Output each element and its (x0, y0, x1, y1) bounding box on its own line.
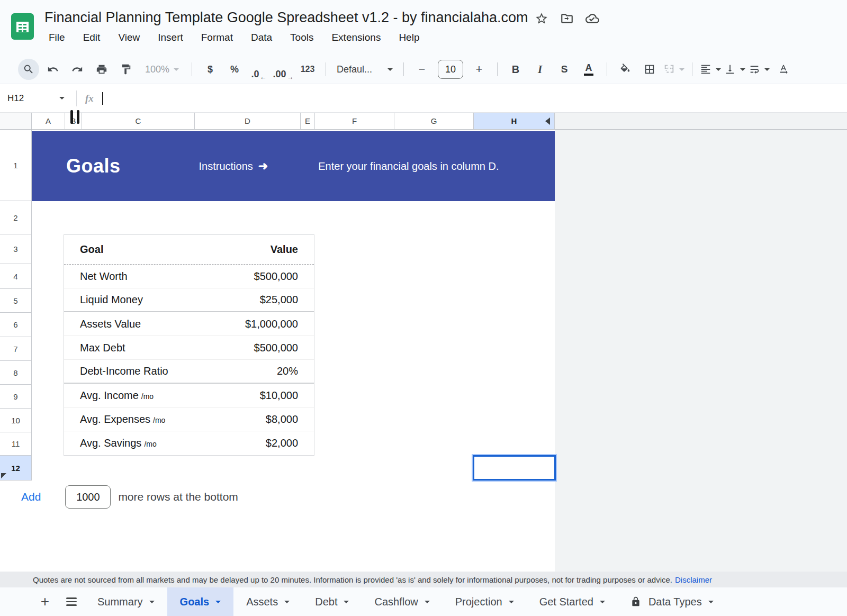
sheets-logo-icon[interactable] (11, 13, 34, 40)
all-sheets-button[interactable] (58, 587, 85, 616)
bold-button[interactable]: B (505, 59, 526, 80)
horizontal-align-button[interactable] (700, 59, 721, 80)
column-header-c[interactable]: C (82, 113, 195, 129)
format-percent-button[interactable]: % (224, 59, 245, 80)
table-row[interactable]: Assets Value $1,000,000 (64, 312, 314, 336)
row-header-2[interactable]: 2 (0, 201, 32, 234)
column-header-h-selected[interactable]: H (474, 113, 555, 129)
menu-file[interactable]: File (44, 30, 69, 46)
row-header-7[interactable]: 7 (0, 337, 32, 361)
selected-cell-h12[interactable] (473, 455, 556, 481)
add-sheet-button[interactable]: + (32, 587, 58, 616)
menu-data[interactable]: Data (247, 30, 276, 46)
menu-help[interactable]: Help (394, 30, 424, 46)
merge-cells-button[interactable] (663, 59, 684, 80)
italic-button[interactable]: I (529, 59, 551, 80)
cloud-saved-icon[interactable] (585, 12, 599, 25)
column-b-resize-handle[interactable] (70, 110, 73, 124)
tab-debt[interactable]: Debt (302, 587, 362, 616)
add-rows-button[interactable]: Add (21, 491, 41, 503)
text-rotation-button[interactable] (773, 59, 794, 80)
banner-instructions: Instructions ➜ (199, 159, 268, 173)
strikethrough-button[interactable]: S (554, 59, 575, 80)
format-currency-button[interactable]: $ (200, 59, 221, 80)
borders-button[interactable] (639, 59, 660, 80)
increase-decimal-button[interactable]: .00→ (273, 59, 294, 80)
row-header-3[interactable]: 3 (0, 234, 32, 264)
menu-extensions[interactable]: Extensions (327, 30, 385, 46)
tab-goals-active[interactable]: Goals (167, 587, 234, 616)
chevron-down-icon[interactable] (344, 601, 349, 603)
column-header-filler (555, 113, 847, 129)
search-icon[interactable] (18, 59, 39, 80)
increase-font-size-button[interactable]: + (468, 59, 490, 80)
chevron-down-icon[interactable] (425, 601, 430, 603)
column-header-b[interactable]: B (65, 113, 82, 129)
menu-view[interactable]: View (114, 30, 144, 46)
column-header-g[interactable]: G (394, 113, 474, 129)
table-row[interactable]: Avg. Savings/mo $2,000 (64, 431, 314, 455)
font-size-input[interactable]: 10 (438, 60, 463, 79)
menu-insert[interactable]: Insert (154, 30, 187, 46)
column-b-resize-handle-2[interactable] (77, 110, 79, 124)
move-to-folder-icon[interactable] (560, 12, 574, 25)
star-icon[interactable] (535, 12, 548, 25)
chevron-down-icon[interactable] (708, 601, 714, 603)
row-header-8[interactable]: 8 (0, 361, 32, 385)
table-row[interactable]: Debt-Income Ratio 20% (64, 360, 314, 384)
tab-assets[interactable]: Assets (233, 587, 302, 616)
chevron-down-icon[interactable] (284, 601, 290, 603)
menu-format[interactable]: Format (197, 30, 237, 46)
document-title[interactable]: Financial Planning Template Google Sprea… (44, 10, 528, 26)
chevron-down-icon[interactable] (600, 601, 605, 603)
decrease-font-size-button[interactable]: − (411, 59, 432, 80)
decrease-decimal-button[interactable]: .0← (248, 59, 269, 80)
tab-summary[interactable]: Summary (85, 587, 167, 616)
name-box-dropdown-icon[interactable] (59, 97, 65, 99)
chevron-down-icon[interactable] (509, 601, 514, 603)
tab-projection[interactable]: Projection (443, 587, 527, 616)
vertical-align-button[interactable] (724, 59, 745, 80)
column-header-a[interactable]: A (32, 113, 65, 129)
tab-data-types[interactable]: Data Types (618, 587, 726, 616)
redo-icon[interactable] (67, 59, 88, 80)
add-rows-count-input[interactable] (65, 485, 111, 509)
text-wrap-button[interactable] (749, 59, 770, 80)
table-row[interactable]: Avg. Expenses/mo $8,000 (64, 407, 314, 431)
goals-banner[interactable]: Goals Instructions ➜ Enter your financia… (32, 131, 555, 201)
paint-format-icon[interactable] (115, 59, 137, 80)
row-header-5[interactable]: 5 (0, 289, 32, 313)
zoom-select[interactable]: 100% (140, 59, 184, 80)
table-row[interactable]: Max Debt $500,000 (64, 336, 314, 360)
row-header-4[interactable]: 4 (0, 264, 32, 289)
hidden-columns-indicator-icon[interactable] (545, 117, 550, 125)
column-header-f[interactable]: F (315, 113, 394, 129)
table-row[interactable]: Net Worth $500,000 (64, 265, 314, 288)
column-header-e[interactable]: E (301, 113, 315, 129)
menu-tools[interactable]: Tools (286, 30, 318, 46)
name-box[interactable]: H12 (0, 93, 58, 104)
column-header-d[interactable]: D (195, 113, 301, 129)
disclaimer-link[interactable]: Disclaimer (675, 575, 712, 584)
fill-color-button[interactable] (615, 59, 636, 80)
undo-icon[interactable] (42, 59, 64, 80)
formula-input-cursor[interactable] (102, 92, 103, 105)
row-header-1[interactable]: 1 (0, 130, 32, 201)
font-select[interactable]: Defaul... (334, 59, 396, 80)
menu-edit[interactable]: Edit (79, 30, 105, 46)
print-icon[interactable] (91, 59, 112, 80)
tab-cashflow[interactable]: Cashflow (362, 587, 442, 616)
select-all-corner[interactable] (0, 113, 32, 129)
chevron-down-icon[interactable] (149, 601, 155, 603)
row-header-6[interactable]: 6 (0, 313, 32, 337)
table-row[interactable]: Avg. Income/mo $10,000 (64, 384, 314, 407)
row-header-10[interactable]: 10 (0, 409, 32, 432)
chevron-down-icon[interactable] (215, 601, 221, 603)
tab-get-started[interactable]: Get Started (527, 587, 618, 616)
row-header-11[interactable]: 11 (0, 432, 32, 456)
row-header-9[interactable]: 9 (0, 385, 32, 409)
text-color-button[interactable]: A (578, 59, 599, 80)
hidden-rows-indicator-icon[interactable] (1, 473, 6, 478)
more-formats-button[interactable]: 123 (297, 59, 318, 80)
table-row[interactable]: Liquid Money $25,000 (64, 288, 314, 312)
